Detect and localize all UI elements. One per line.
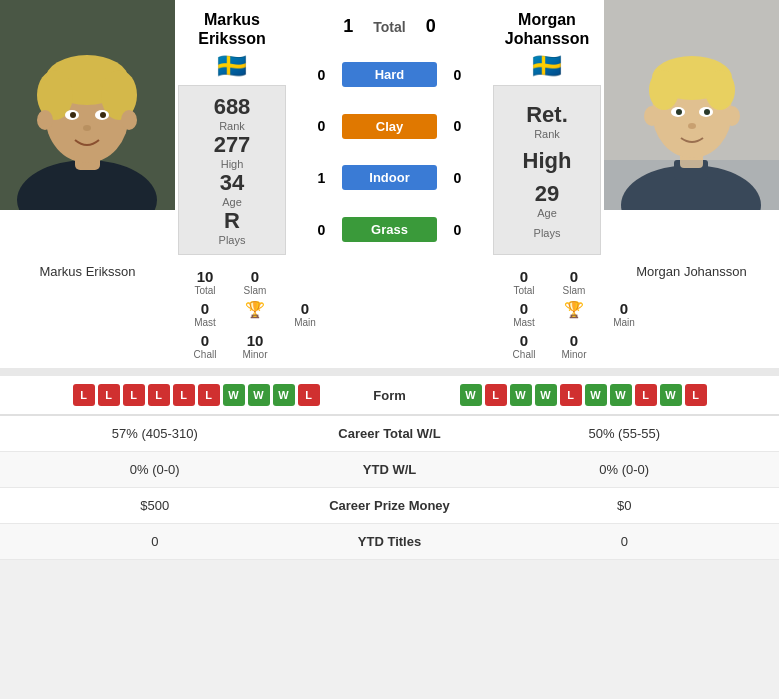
left-chall-minor-row: 0 Chall 10 Minor	[180, 332, 280, 360]
divider-1	[0, 368, 779, 376]
stats-row-0: 57% (405-310) Career Total W/L 50% (55-5…	[0, 416, 779, 452]
right-bottom-area: Morgan Johansson	[604, 260, 779, 368]
stat-right-1: 0% (0-0)	[470, 462, 780, 477]
form-badge-l: L	[73, 384, 95, 406]
grass-right-score: 0	[445, 222, 470, 238]
indoor-right-score: 0	[445, 170, 470, 186]
svg-point-30	[724, 106, 740, 126]
hard-right-score: 0	[445, 67, 470, 83]
indoor-surface-row: 1 Indoor 0	[289, 165, 490, 190]
svg-point-10	[70, 112, 76, 118]
clay-right-score: 0	[445, 118, 470, 134]
left-total-cell: 10 Total	[180, 268, 230, 296]
left-player-photo	[0, 0, 175, 260]
left-chall-cell: 0 Chall	[180, 332, 230, 360]
right-total-slam-row: 0 Total 0 Slam	[499, 268, 599, 296]
svg-point-14	[121, 110, 137, 130]
right-chall-cell: 0 Chall	[499, 332, 549, 360]
left-name-label: Markus Eriksson	[0, 260, 175, 281]
right-player-flag: 🇸🇪	[497, 52, 597, 80]
hard-surface-row: 0 Hard 0	[289, 62, 490, 87]
right-info-panel: Morgan Johansson 🇸🇪 Ret. Rank High 29 Ag…	[490, 0, 604, 260]
form-badge-l: L	[123, 384, 145, 406]
svg-rect-31	[604, 160, 779, 210]
left-player-name: Markus Eriksson	[182, 10, 282, 48]
right-stats-panel: Ret. Rank High 29 Age Plays	[493, 85, 601, 255]
stat-right-0: 50% (55-55)	[470, 426, 780, 441]
left-age: 34 Age	[220, 170, 244, 208]
form-badge-l: L	[173, 384, 195, 406]
right-trophy-cell: 🏆	[549, 300, 599, 328]
stat-center-0: Career Total W/L	[310, 426, 470, 441]
right-high: High	[523, 148, 572, 174]
stat-center-1: YTD W/L	[310, 462, 470, 477]
stat-right-2: $0	[470, 498, 780, 513]
left-stats-panel: 688 Rank 277 High 34 Age R Plays	[178, 85, 286, 255]
total-score-row: 1 Total 0	[343, 16, 435, 37]
left-high: 277 High	[214, 132, 251, 170]
left-minor-cell: 10 Minor	[230, 332, 280, 360]
right-chall-minor-row: 0 Chall 0 Minor	[499, 332, 599, 360]
left-mast-main-row: 0 Mast 🏆 0 Main	[180, 300, 280, 328]
indoor-button[interactable]: Indoor	[342, 165, 437, 190]
indoor-left-score: 1	[309, 170, 334, 186]
right-age: 29 Age	[535, 181, 559, 219]
right-trophy-icon: 🏆	[564, 301, 584, 318]
svg-point-28	[688, 123, 696, 129]
stats-table: 57% (405-310) Career Total W/L 50% (55-5…	[0, 414, 779, 560]
form-badge-l: L	[485, 384, 507, 406]
form-badge-w: W	[535, 384, 557, 406]
left-player-stats: 10 Total 0 Slam 0 Mast 🏆 0 Main	[175, 260, 285, 368]
left-bottom-area: Markus Eriksson	[0, 260, 175, 368]
right-form-badges: WLWWLWWLWL	[460, 384, 707, 406]
left-player-flag: 🇸🇪	[182, 52, 282, 80]
left-trophy-cell: 🏆	[230, 300, 280, 328]
clay-surface-row: 0 Clay 0	[289, 114, 490, 139]
left-photo-svg	[0, 0, 175, 210]
bottom-name-stats: Markus Eriksson 10 Total 0 Slam 0 Mast	[0, 260, 779, 368]
right-mast-main-row: 0 Mast 🏆 0 Main	[499, 300, 599, 328]
right-plays: Plays	[534, 227, 561, 239]
right-mast-cell: 0 Mast	[499, 300, 549, 328]
left-form-badges: LLLLLLWWWL	[73, 384, 320, 406]
stats-row-3: 0 YTD Titles 0	[0, 524, 779, 560]
right-player-photo	[604, 0, 779, 260]
grass-left-score: 0	[309, 222, 334, 238]
right-minor-cell: 0 Minor	[549, 332, 599, 360]
stat-left-3: 0	[0, 534, 310, 549]
svg-point-29	[644, 106, 660, 126]
total-left-score: 1	[343, 16, 353, 37]
form-badge-w: W	[510, 384, 532, 406]
svg-point-23	[705, 70, 735, 110]
right-total-cell: 0 Total	[499, 268, 549, 296]
svg-point-11	[100, 112, 106, 118]
right-photo-svg	[604, 0, 779, 210]
form-row: LLLLLLWWWL Form WLWWLWWLWL	[0, 376, 779, 414]
form-badge-l: L	[635, 384, 657, 406]
form-badge-l: L	[148, 384, 170, 406]
form-badge-l: L	[298, 384, 320, 406]
stat-left-0: 57% (405-310)	[0, 426, 310, 441]
right-player-name: Morgan Johansson	[497, 10, 597, 48]
svg-point-22	[649, 70, 679, 110]
form-badge-l: L	[198, 384, 220, 406]
form-badge-w: W	[460, 384, 482, 406]
total-right-score: 0	[426, 16, 436, 37]
left-trophy-icon: 🏆	[245, 301, 265, 318]
svg-point-12	[83, 125, 91, 131]
form-badge-w: W	[273, 384, 295, 406]
form-badge-w: W	[610, 384, 632, 406]
stats-row-2: $500 Career Prize Money $0	[0, 488, 779, 524]
hard-button[interactable]: Hard	[342, 62, 437, 87]
form-badge-w: W	[585, 384, 607, 406]
form-badge-l: L	[98, 384, 120, 406]
clay-button[interactable]: Clay	[342, 114, 437, 139]
grass-surface-row: 0 Grass 0	[289, 217, 490, 242]
grass-button[interactable]: Grass	[342, 217, 437, 242]
form-badge-w: W	[223, 384, 245, 406]
hard-left-score: 0	[309, 67, 334, 83]
right-player-stats: 0 Total 0 Slam 0 Mast 🏆 0 Main	[494, 260, 604, 368]
stat-center-2: Career Prize Money	[310, 498, 470, 513]
stat-right-3: 0	[470, 534, 780, 549]
stat-center-3: YTD Titles	[310, 534, 470, 549]
